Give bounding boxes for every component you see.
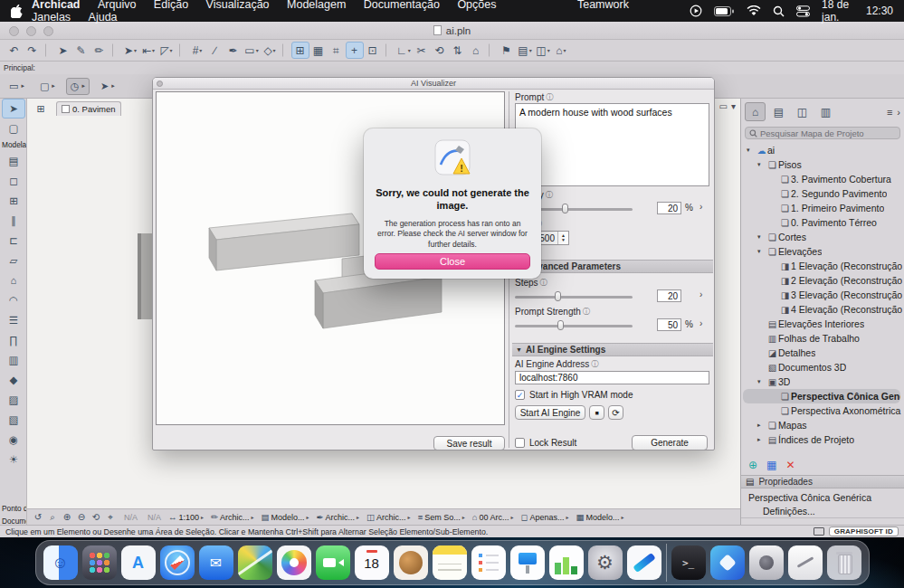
graphisoft-id-badge[interactable]: GRAPHISOFT ID bbox=[829, 526, 899, 536]
navigator-mode-button[interactable]: ▤ bbox=[768, 102, 789, 121]
toolbar-button[interactable] bbox=[112, 43, 119, 57]
vram-checkbox-row[interactable]: ✓ Start in High VRAM mode bbox=[515, 390, 633, 400]
tree-expander-icon[interactable]: ▾ bbox=[757, 378, 766, 385]
tree-expander-icon[interactable]: ▾ bbox=[757, 233, 766, 241]
dock-mail[interactable]: ✉ bbox=[199, 545, 233, 580]
toolbar-button[interactable] bbox=[179, 43, 186, 57]
toolbar-button[interactable]: ∕ bbox=[206, 42, 224, 59]
menu-item[interactable]: Edição bbox=[147, 0, 195, 11]
dock-app-blue[interactable] bbox=[710, 545, 745, 580]
hamburger-icon[interactable]: ≡ bbox=[887, 107, 892, 118]
info-icon[interactable]: ⓘ bbox=[546, 190, 553, 200]
properties-header[interactable]: ▤ Propriedades bbox=[741, 475, 904, 488]
toolbar-button[interactable]: # ▾ bbox=[188, 42, 206, 59]
menu-item[interactable]: Teamwork bbox=[570, 0, 636, 11]
dock-numbers[interactable] bbox=[549, 545, 584, 580]
navigator-mode-button[interactable]: ⌂ bbox=[745, 102, 766, 121]
settings-link[interactable]: Definições... bbox=[741, 505, 904, 518]
toolbar-button[interactable]: ◇ ▾ bbox=[261, 42, 279, 59]
wifi-icon[interactable] bbox=[747, 5, 761, 16]
steps-value-field[interactable]: 20 bbox=[657, 289, 681, 302]
toolbar-button[interactable]: ∟ ▾ bbox=[395, 42, 413, 59]
ai-engine-settings-header[interactable]: ▼ AI Engine Settings bbox=[512, 343, 713, 356]
toolbar-button[interactable]: ➤ ▾ bbox=[121, 42, 139, 59]
dock-keynote[interactable] bbox=[510, 545, 545, 580]
close-window-button[interactable] bbox=[9, 26, 19, 36]
start-ai-engine-button[interactable]: Start AI Engine bbox=[515, 405, 585, 420]
navigator-tree-item[interactable]: ❏ 2. Segundo Pavimento bbox=[743, 186, 902, 201]
toolbar-button[interactable]: ⊡ bbox=[364, 42, 382, 59]
checkbox-unchecked-icon[interactable] bbox=[515, 438, 525, 448]
info-icon[interactable]: ⓘ bbox=[540, 278, 547, 288]
toolbar-button[interactable]: ▤ ▾ bbox=[516, 42, 534, 59]
navigator-tree-item[interactable]: ▸ ▤ Índices de Projeto bbox=[743, 432, 902, 447]
menu-item[interactable]: Ajuda bbox=[81, 11, 125, 24]
toolbar-button[interactable]: ◸ ▾ bbox=[157, 42, 176, 59]
toolbox-tool[interactable]: ◆ bbox=[2, 370, 25, 390]
zoom-tool-icon[interactable]: ⌖ bbox=[104, 512, 117, 523]
zoom-tool-icon[interactable]: ⊖ bbox=[75, 512, 88, 523]
fidelity-value-field[interactable]: 20 bbox=[657, 202, 681, 214]
toolbar-button[interactable]: ↷ bbox=[24, 42, 42, 59]
dock-app-orange[interactable] bbox=[394, 545, 428, 580]
properties-value[interactable]: Perspectiva Cônica Genérica bbox=[741, 490, 904, 504]
toolbar-button[interactable]: ◫ ▾ bbox=[534, 42, 552, 59]
quick-option-dropdown[interactable]: ✏ Archic... ▸ bbox=[211, 512, 254, 522]
toolbox-tool[interactable]: ▥ bbox=[2, 350, 25, 370]
zoom-tool-icon[interactable]: ⌕ bbox=[46, 512, 59, 523]
stop-engine-button[interactable]: ■ bbox=[589, 405, 604, 420]
toolbar-button[interactable]: ↶ bbox=[5, 42, 24, 59]
menu-item[interactable]: Modelagem bbox=[280, 0, 353, 11]
toolbox-tool[interactable]: ☰ bbox=[2, 310, 25, 330]
search-icon[interactable] bbox=[773, 5, 785, 17]
quick-option-dropdown[interactable]: ✒ Archic... ▸ bbox=[317, 512, 360, 522]
navigator-tree-item[interactable]: ▾ ❏ Cortes bbox=[743, 230, 902, 244]
toolbar-button[interactable]: ⇅ bbox=[449, 42, 467, 59]
quick-option-dropdown[interactable]: ▦ Modelo... ▸ bbox=[576, 512, 623, 522]
dock-reminders[interactable] bbox=[471, 545, 506, 580]
tree-expander-icon[interactable]: ▾ bbox=[757, 161, 766, 168]
toolbar-button[interactable]: ✒ bbox=[224, 42, 243, 59]
floor-tab[interactable]: 0. Pavimen bbox=[56, 101, 121, 116]
navigator-tree-item[interactable]: ◨ 4 Elevação (Reconstrução Automática bbox=[743, 302, 902, 317]
info-icon[interactable]: ⓘ bbox=[546, 92, 553, 102]
prompt-strength-slider[interactable] bbox=[515, 319, 633, 331]
battery-icon[interactable] bbox=[714, 6, 735, 16]
stepper-arrows-icon[interactable]: ▲▼ bbox=[557, 232, 568, 244]
zoom-tool-icon[interactable]: ⟲ bbox=[90, 512, 102, 523]
dock-notes[interactable] bbox=[433, 545, 467, 580]
navigator-tree-item[interactable]: ▾ ▣ 3D bbox=[743, 375, 902, 389]
toolbox-tool[interactable]: ▱ bbox=[2, 251, 25, 270]
dock-app-store[interactable]: A bbox=[121, 545, 156, 580]
menu-time[interactable]: 12:30 bbox=[866, 5, 893, 17]
menu-item[interactable]: Arquivo bbox=[90, 0, 143, 11]
menu-item[interactable]: Documentação bbox=[357, 0, 447, 11]
toolbox-tool[interactable]: ▤ bbox=[2, 151, 25, 171]
dock-maps[interactable] bbox=[238, 545, 272, 580]
dock-app-light[interactable] bbox=[788, 545, 823, 580]
navigator-tree-item[interactable]: ▥ Folhas de Trabalho bbox=[743, 331, 902, 346]
toolbox-tool[interactable]: ▧ bbox=[2, 410, 25, 430]
quick-option-dropdown[interactable]: ≡ Sem So... ▸ bbox=[418, 512, 465, 522]
toolbar-button[interactable]: ➤ bbox=[54, 42, 72, 59]
navigator-tree-item[interactable]: ❏ 3. Pavimento Cobertura bbox=[743, 172, 902, 186]
menu-item[interactable]: Archicad bbox=[24, 0, 88, 11]
toolbox-tool[interactable]: ➤ bbox=[2, 99, 25, 119]
toolbar-button[interactable] bbox=[45, 43, 52, 57]
menu-date[interactable]: 18 de jan. bbox=[822, 0, 854, 24]
zoom-tool-icon[interactable]: ↺ bbox=[32, 512, 44, 523]
dock-safari[interactable] bbox=[160, 545, 195, 580]
grid-icon[interactable]: ⊞ bbox=[33, 101, 49, 116]
toolbox-tool[interactable]: ∏ bbox=[2, 330, 25, 350]
toolbox-tool[interactable]: ◉ bbox=[2, 430, 25, 450]
chevron-right-icon[interactable]: › bbox=[897, 107, 900, 118]
navigator-tree-item[interactable]: ◪ Detalhes bbox=[743, 346, 902, 360]
quick-option-dropdown[interactable]: ◫ Archic... ▸ bbox=[366, 512, 411, 522]
toolbox-tool[interactable]: ☀ bbox=[2, 450, 25, 469]
control-center-icon[interactable] bbox=[796, 5, 810, 17]
navigator-tree-item[interactable]: ❏ Perspectiva Cônica Genérica bbox=[743, 389, 900, 403]
menu-item[interactable]: Visualização bbox=[199, 0, 277, 11]
navigator-tree-item[interactable]: ▾ ❏ Elevações bbox=[743, 244, 902, 259]
navigator-mode-button[interactable]: ▥ bbox=[815, 102, 836, 121]
dock-photos[interactable] bbox=[277, 545, 311, 580]
